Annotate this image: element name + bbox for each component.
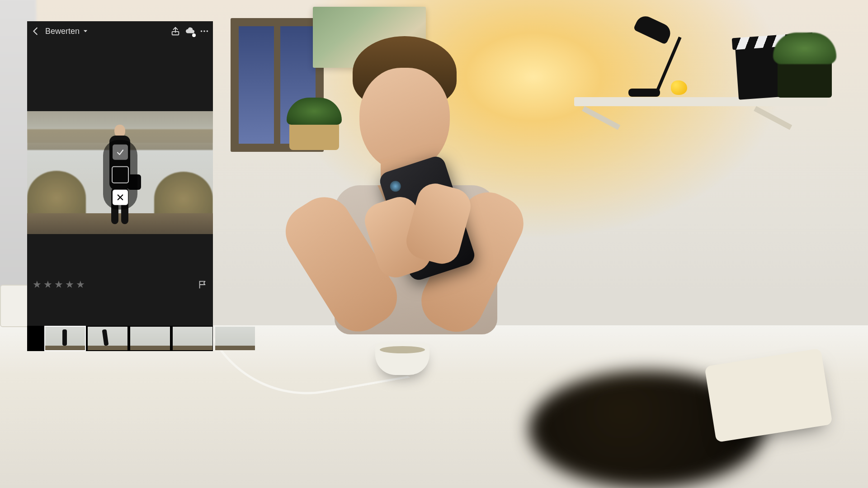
mode-dropdown[interactable]: Bewerten [45, 27, 89, 36]
app-screen: Bewerten [27, 21, 213, 351]
flag-icon[interactable] [198, 280, 208, 290]
flag-popover [103, 140, 137, 210]
star-2[interactable]: ★ [43, 279, 53, 291]
filmstrip-thumb[interactable] [87, 326, 128, 351]
svg-point-2 [203, 30, 205, 32]
star-rating[interactable]: ★ ★ ★ ★ ★ [33, 279, 86, 291]
star-1[interactable]: ★ [33, 279, 42, 291]
share-icon[interactable] [170, 26, 180, 36]
rating-bar: ★ ★ ★ ★ ★ [27, 278, 213, 291]
svg-point-3 [207, 30, 208, 32]
flag-unflagged-button[interactable] [112, 166, 129, 183]
flag-rejected-button[interactable] [113, 190, 128, 205]
chevron-down-icon [82, 28, 89, 34]
presenter-person [258, 36, 538, 380]
filmstrip-thumb[interactable] [214, 326, 256, 351]
more-icon[interactable] [199, 26, 209, 36]
filmstrip-leading-gap [28, 326, 44, 351]
star-3[interactable]: ★ [54, 279, 64, 291]
photo-viewer[interactable]: ★ ★ ★ ★ ★ [27, 41, 213, 317]
star-4[interactable]: ★ [65, 279, 75, 291]
flag-picked-button[interactable] [113, 145, 128, 160]
mode-label: Bewerten [45, 27, 80, 36]
top-bar: Bewerten [27, 21, 213, 41]
filmstrip-thumb[interactable] [172, 326, 213, 351]
cloud-sync-icon[interactable] [185, 26, 195, 36]
star-5[interactable]: ★ [76, 279, 86, 291]
svg-point-1 [201, 30, 203, 32]
filmstrip-thumb[interactable] [44, 326, 86, 351]
filmstrip[interactable] [27, 326, 213, 351]
filmstrip-thumb[interactable] [129, 326, 171, 351]
sync-status-dot [192, 33, 196, 37]
back-icon[interactable] [31, 26, 41, 36]
